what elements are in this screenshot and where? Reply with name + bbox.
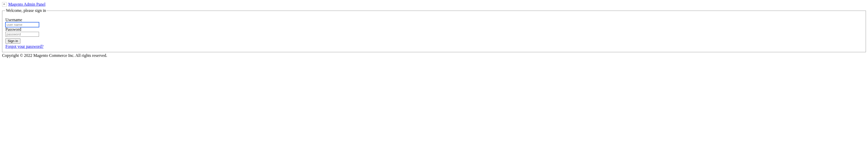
password-input[interactable] [5, 32, 39, 37]
copyright-text: Copyright © 2022 Magento Commerce Inc. A… [2, 53, 866, 58]
signin-button[interactable]: Sign in [5, 38, 21, 44]
login-fieldset: Welcome, please sign in Username Passwor… [2, 8, 866, 52]
username-label: Username [5, 18, 863, 22]
broken-image-icon [2, 2, 7, 7]
password-label: Password [5, 27, 863, 32]
login-legend: Welcome, please sign in [5, 8, 46, 13]
logo-alt-text: Magento Admin Panel [8, 2, 45, 7]
forgot-password-link[interactable]: Forgot your password? [5, 44, 863, 49]
logo-link[interactable]: Magento Admin Panel [2, 2, 45, 7]
username-input[interactable] [5, 22, 39, 27]
